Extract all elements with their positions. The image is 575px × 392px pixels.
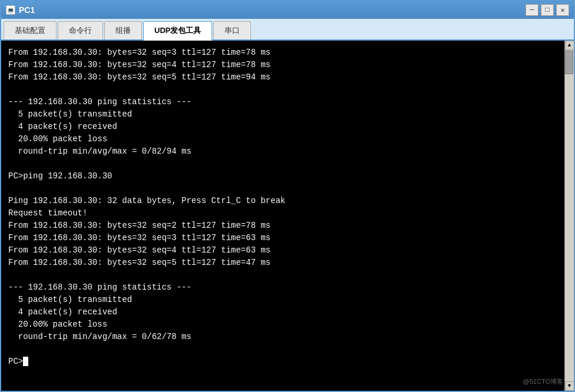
window: 💻 PC1 ─ □ ✕ 基础配置 命令行 组播 UDP发包工具 串口 From … <box>0 0 575 392</box>
terminal[interactable]: From 192.168.30.30: bytes=32 seq=3 ttl=1… <box>1 41 564 391</box>
tab-basic-config[interactable]: 基础配置 <box>4 21 57 39</box>
close-button[interactable]: ✕ <box>556 4 569 16</box>
scroll-track[interactable] <box>565 50 574 381</box>
title-bar-left: 💻 PC1 <box>6 5 35 15</box>
watermark: @51CTO博客 <box>523 377 563 386</box>
scroll-thumb[interactable] <box>565 51 573 74</box>
title-bar: 💻 PC1 ─ □ ✕ <box>1 1 574 19</box>
tab-multicast[interactable]: 组播 <box>104 21 142 39</box>
scroll-up-button[interactable]: ▲ <box>565 41 574 50</box>
window-title: PC1 <box>19 5 35 15</box>
tab-command-line[interactable]: 命令行 <box>58 21 103 39</box>
title-bar-controls: ─ □ ✕ <box>526 4 569 16</box>
tab-udp-tool[interactable]: UDP发包工具 <box>143 21 212 41</box>
tab-serial[interactable]: 串口 <box>213 21 251 39</box>
maximize-button[interactable]: □ <box>541 4 554 16</box>
tab-bar: 基础配置 命令行 组播 UDP发包工具 串口 <box>1 19 574 41</box>
window-icon: 💻 <box>6 5 15 15</box>
scrollbar[interactable]: ▲ ▼ <box>564 41 574 391</box>
scroll-down-button[interactable]: ▼ <box>565 381 574 391</box>
minimize-button[interactable]: ─ <box>526 4 538 16</box>
content-area: From 192.168.30.30: bytes=32 seq=3 ttl=1… <box>1 41 574 391</box>
